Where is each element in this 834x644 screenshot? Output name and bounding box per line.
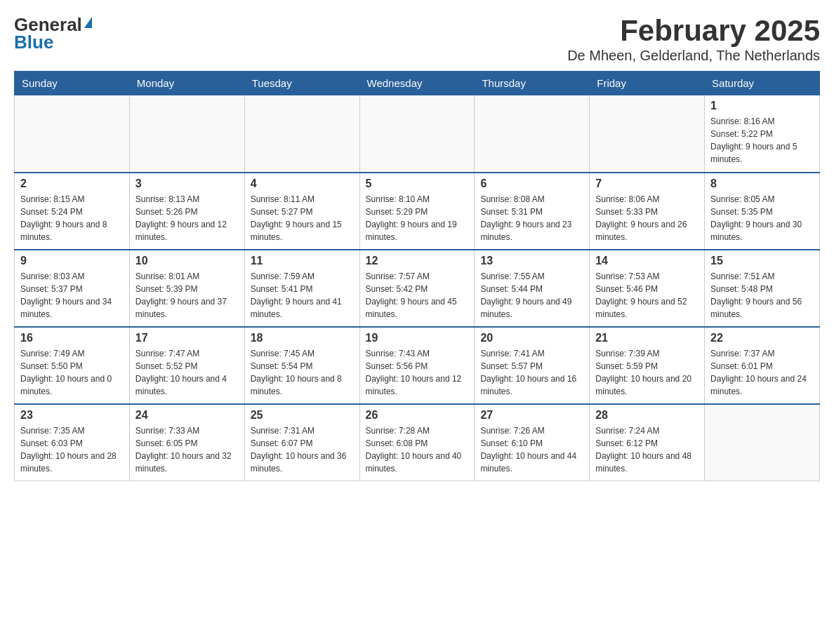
calendar-cell: 4Sunrise: 8:11 AMSunset: 5:27 PMDaylight…: [244, 173, 359, 250]
day-number: 10: [135, 255, 239, 267]
header-monday: Monday: [129, 72, 244, 95]
calendar-title: February 2025: [567, 14, 820, 48]
day-info: Sunrise: 8:08 AMSunset: 5:31 PMDaylight:…: [480, 193, 583, 243]
day-info: Sunrise: 7:43 AMSunset: 5:56 PMDaylight:…: [366, 347, 469, 398]
calendar-cell: 16Sunrise: 7:49 AMSunset: 5:50 PMDayligh…: [15, 327, 130, 404]
day-info: Sunrise: 7:53 AMSunset: 5:46 PMDaylight:…: [595, 270, 699, 321]
day-number: 6: [480, 177, 583, 190]
header-sunday: Sunday: [15, 72, 130, 95]
day-number: 12: [366, 255, 469, 267]
day-info: Sunrise: 8:01 AMSunset: 5:39 PMDaylight:…: [135, 270, 239, 321]
header-thursday: Thursday: [475, 72, 590, 95]
calendar-cell: 14Sunrise: 7:53 AMSunset: 5:46 PMDayligh…: [590, 250, 705, 327]
day-number: 19: [366, 332, 469, 344]
day-number: 18: [251, 332, 354, 344]
logo-blue: Blue: [14, 32, 92, 53]
day-info: Sunrise: 7:59 AMSunset: 5:41 PMDaylight:…: [251, 270, 354, 321]
day-number: 5: [366, 177, 469, 190]
day-number: 3: [135, 177, 239, 190]
calendar-cell: [705, 404, 820, 481]
calendar-cell: 27Sunrise: 7:26 AMSunset: 6:10 PMDayligh…: [475, 404, 590, 481]
day-number: 2: [20, 177, 124, 190]
calendar-cell: 6Sunrise: 8:08 AMSunset: 5:31 PMDaylight…: [475, 173, 590, 250]
calendar-cell: [590, 95, 705, 173]
calendar-cell: [244, 95, 359, 173]
calendar-subtitle: De Mheen, Gelderland, The Netherlands: [567, 48, 820, 64]
day-number: 23: [20, 409, 124, 422]
day-number: 14: [595, 255, 699, 267]
calendar-cell: 19Sunrise: 7:43 AMSunset: 5:56 PMDayligh…: [359, 327, 475, 404]
day-info: Sunrise: 7:49 AMSunset: 5:50 PMDaylight:…: [20, 347, 124, 398]
calendar-cell: 13Sunrise: 7:55 AMSunset: 5:44 PMDayligh…: [475, 250, 590, 327]
calendar-cell: 1Sunrise: 8:16 AMSunset: 5:22 PMDaylight…: [705, 95, 820, 173]
day-number: 20: [480, 332, 583, 344]
header-friday: Friday: [590, 72, 705, 95]
day-number: 7: [595, 177, 699, 190]
day-info: Sunrise: 8:16 AMSunset: 5:22 PMDaylight:…: [710, 115, 814, 166]
calendar-cell: 20Sunrise: 7:41 AMSunset: 5:57 PMDayligh…: [475, 327, 590, 404]
day-number: 17: [135, 332, 239, 344]
day-info: Sunrise: 7:41 AMSunset: 5:57 PMDaylight:…: [480, 347, 583, 398]
calendar-cell: 22Sunrise: 7:37 AMSunset: 6:01 PMDayligh…: [705, 327, 820, 404]
day-number: 28: [595, 409, 699, 422]
day-number: 26: [366, 409, 469, 422]
calendar-cell: 9Sunrise: 8:03 AMSunset: 5:37 PMDaylight…: [15, 250, 130, 327]
day-info: Sunrise: 7:37 AMSunset: 6:01 PMDaylight:…: [710, 347, 814, 398]
logo-triangle-icon: [84, 17, 92, 28]
calendar-week-1: 1Sunrise: 8:16 AMSunset: 5:22 PMDaylight…: [15, 95, 820, 173]
calendar-cell: 7Sunrise: 8:06 AMSunset: 5:33 PMDaylight…: [590, 173, 705, 250]
calendar-cell: [129, 95, 244, 173]
calendar-cell: 18Sunrise: 7:45 AMSunset: 5:54 PMDayligh…: [244, 327, 359, 404]
day-info: Sunrise: 7:45 AMSunset: 5:54 PMDaylight:…: [251, 347, 354, 398]
day-number: 13: [480, 255, 583, 267]
day-info: Sunrise: 8:06 AMSunset: 5:33 PMDaylight:…: [595, 193, 699, 243]
header-tuesday: Tuesday: [244, 72, 359, 95]
calendar-week-2: 2Sunrise: 8:15 AMSunset: 5:24 PMDaylight…: [15, 173, 820, 250]
calendar-title-block: February 2025 De Mheen, Gelderland, The …: [567, 14, 820, 64]
calendar-cell: [15, 95, 130, 173]
day-info: Sunrise: 8:11 AMSunset: 5:27 PMDaylight:…: [251, 193, 354, 243]
calendar-header-row: SundayMondayTuesdayWednesdayThursdayFrid…: [15, 72, 820, 95]
day-number: 25: [251, 409, 354, 422]
day-info: Sunrise: 8:10 AMSunset: 5:29 PMDaylight:…: [366, 193, 469, 243]
calendar-cell: 24Sunrise: 7:33 AMSunset: 6:05 PMDayligh…: [129, 404, 244, 481]
day-info: Sunrise: 8:13 AMSunset: 5:26 PMDaylight:…: [135, 193, 239, 243]
day-info: Sunrise: 7:33 AMSunset: 6:05 PMDaylight:…: [135, 424, 239, 475]
day-number: 24: [135, 409, 239, 422]
day-number: 15: [710, 255, 814, 267]
calendar-week-4: 16Sunrise: 7:49 AMSunset: 5:50 PMDayligh…: [15, 327, 820, 404]
day-number: 27: [480, 409, 583, 422]
day-info: Sunrise: 7:57 AMSunset: 5:42 PMDaylight:…: [366, 270, 469, 321]
day-number: 4: [251, 177, 354, 190]
day-number: 16: [20, 332, 124, 344]
calendar-cell: 25Sunrise: 7:31 AMSunset: 6:07 PMDayligh…: [244, 404, 359, 481]
day-info: Sunrise: 7:39 AMSunset: 5:59 PMDaylight:…: [595, 347, 699, 398]
day-info: Sunrise: 7:55 AMSunset: 5:44 PMDaylight:…: [480, 270, 583, 321]
day-info: Sunrise: 7:47 AMSunset: 5:52 PMDaylight:…: [135, 347, 239, 398]
header-saturday: Saturday: [705, 72, 820, 95]
page-header: General Blue February 2025 De Mheen, Gel…: [14, 14, 820, 64]
day-info: Sunrise: 7:51 AMSunset: 5:48 PMDaylight:…: [710, 270, 814, 321]
day-number: 11: [251, 255, 354, 267]
calendar-week-3: 9Sunrise: 8:03 AMSunset: 5:37 PMDaylight…: [15, 250, 820, 327]
calendar-table: SundayMondayTuesdayWednesdayThursdayFrid…: [14, 71, 820, 481]
day-number: 21: [595, 332, 699, 344]
calendar-cell: 15Sunrise: 7:51 AMSunset: 5:48 PMDayligh…: [705, 250, 820, 327]
logo: General Blue: [14, 14, 92, 53]
calendar-cell: 8Sunrise: 8:05 AMSunset: 5:35 PMDaylight…: [705, 173, 820, 250]
calendar-cell: 28Sunrise: 7:24 AMSunset: 6:12 PMDayligh…: [590, 404, 705, 481]
calendar-cell: 2Sunrise: 8:15 AMSunset: 5:24 PMDaylight…: [15, 173, 130, 250]
day-info: Sunrise: 8:03 AMSunset: 5:37 PMDaylight:…: [20, 270, 124, 321]
calendar-cell: 3Sunrise: 8:13 AMSunset: 5:26 PMDaylight…: [129, 173, 244, 250]
calendar-cell: 11Sunrise: 7:59 AMSunset: 5:41 PMDayligh…: [244, 250, 359, 327]
day-number: 8: [710, 177, 814, 190]
calendar-cell: 17Sunrise: 7:47 AMSunset: 5:52 PMDayligh…: [129, 327, 244, 404]
day-info: Sunrise: 7:26 AMSunset: 6:10 PMDaylight:…: [480, 424, 583, 475]
day-info: Sunrise: 7:28 AMSunset: 6:08 PMDaylight:…: [366, 424, 469, 475]
calendar-cell: 5Sunrise: 8:10 AMSunset: 5:29 PMDaylight…: [359, 173, 475, 250]
header-wednesday: Wednesday: [359, 72, 475, 95]
calendar-cell: [475, 95, 590, 173]
day-info: Sunrise: 8:05 AMSunset: 5:35 PMDaylight:…: [710, 193, 814, 243]
day-number: 22: [710, 332, 814, 344]
calendar-cell: 10Sunrise: 8:01 AMSunset: 5:39 PMDayligh…: [129, 250, 244, 327]
